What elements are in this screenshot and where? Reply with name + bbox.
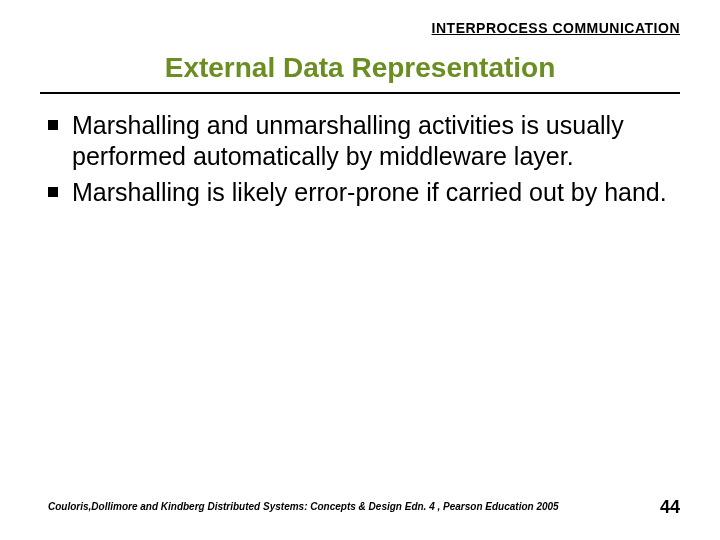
square-bullet-icon [48, 120, 58, 130]
title-underline [40, 92, 680, 94]
slide-title: External Data Representation [0, 52, 720, 84]
list-item: Marshalling and unmarshalling activities… [48, 110, 672, 173]
content-area: Marshalling and unmarshalling activities… [48, 110, 672, 212]
chapter-header: INTERPROCESS COMMUNICATION [432, 20, 680, 36]
page-number: 44 [660, 497, 680, 518]
slide: INTERPROCESS COMMUNICATION External Data… [0, 0, 720, 540]
square-bullet-icon [48, 187, 58, 197]
list-item: Marshalling is likely error-prone if car… [48, 177, 672, 208]
bullet-text: Marshalling is likely error-prone if car… [72, 177, 667, 208]
footer-citation: Couloris,Dollimore and Kindberg Distribu… [48, 501, 559, 512]
bullet-text: Marshalling and unmarshalling activities… [72, 110, 672, 173]
